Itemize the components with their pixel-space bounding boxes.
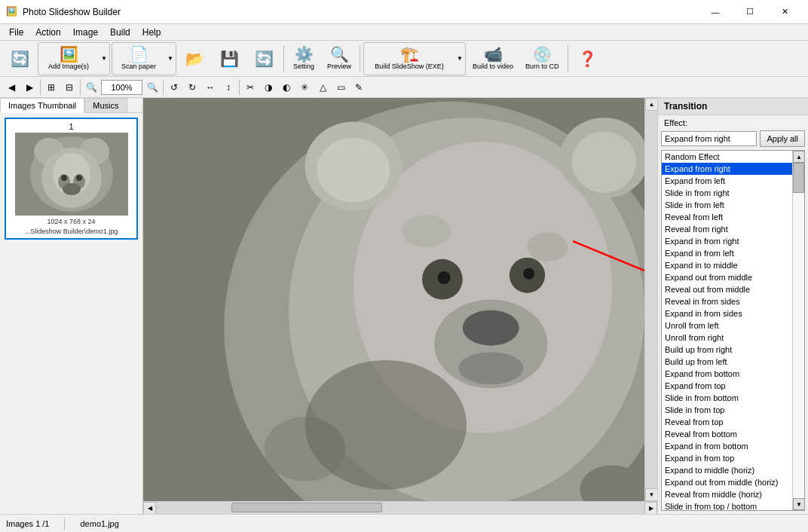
svg-point-9 [76,175,82,181]
svg-point-22 [317,138,390,203]
preview-button[interactable]: 🔍 Preview [322,43,357,75]
add-images-button[interactable]: 🖼️ Add Image(s) [38,43,99,75]
effect-list-item[interactable]: Reveal in from sides [662,295,792,307]
frame-button[interactable]: ▭ [332,79,349,96]
flip-h-button[interactable]: ↔ [202,79,219,96]
effect-list-item[interactable]: Slide in from right [662,187,792,199]
burn-button[interactable]: 💿 Burn to CD [520,43,565,75]
build-video-icon: 📹 [484,47,503,62]
add-images-label: Add Image(s) [48,63,89,70]
edit-button[interactable]: ✎ [350,79,367,96]
h-scroll-left[interactable]: ◀ [143,502,156,515]
effect-list-item[interactable]: Expand from top [662,380,792,392]
add-frame-button[interactable]: ⊞ [43,79,60,96]
effect-list-item[interactable]: Reveal out from middle [662,283,792,295]
svg-point-24 [571,131,636,193]
zoom-out-button[interactable]: 🔍 [83,79,99,96]
effect-list-item[interactable]: Expand out from middle (horiz) [662,476,792,488]
effect-list-item[interactable]: Slide in from left [662,199,792,211]
text-button[interactable]: △ [314,79,331,96]
contrast-button[interactable]: ◐ [278,79,295,96]
effect-scrollbar: ▲ ▼ [792,151,804,510]
effect-list-item[interactable]: Build up from right [662,344,792,356]
h-scroll-right[interactable]: ▶ [644,502,657,515]
minimize-button[interactable]: — [698,0,733,24]
effect-list[interactable]: Random EffectExpand from rightExpand fro… [662,151,792,510]
add-images-dropdown[interactable]: ▼ [99,43,109,75]
menu-help[interactable]: Help [136,26,167,39]
maximize-button[interactable]: ☐ [733,0,767,24]
burn-label: Burn to CD [525,63,559,70]
setting-button[interactable]: ⚙️ Setting [287,43,320,75]
effect-list-item[interactable]: Expand in from bottom [662,440,792,452]
effect-list-item[interactable]: Expand to middle (horiz) [662,464,792,476]
scan-button[interactable]: 📄 Scan paper [112,43,165,75]
effect-scroll-up[interactable]: ▲ [793,151,805,163]
save-button[interactable]: 💾 [213,43,246,75]
zoom-in-button[interactable]: 🔍 [144,79,161,96]
next-button[interactable]: ▶ [21,79,38,96]
v-scroll-track[interactable] [645,111,657,488]
image-area[interactable] [143,98,644,501]
refresh-button[interactable]: 🔄 [3,43,36,75]
remove-frame-button[interactable]: ⊟ [61,79,78,96]
scan-dropdown[interactable]: ▼ [165,43,176,75]
effect-list-item[interactable]: Reveal from top [662,416,792,428]
effect-scroll-down[interactable]: ▼ [793,498,805,510]
tab-musics[interactable]: Musics [84,98,127,112]
effect-scroll-thumb[interactable] [793,163,804,193]
menu-build[interactable]: Build [104,26,136,39]
effect-list-item[interactable]: Reveal from middle (horiz) [662,488,792,500]
effect-list-item[interactable]: Unroll from right [662,332,792,344]
effect-list-item[interactable]: Expand in to middle [662,259,792,271]
effect-list-item[interactable]: Slide in from top / bottom [662,500,792,510]
effect-list-item[interactable]: Expand from left [662,175,792,187]
crop-button[interactable]: ✂ [242,79,259,96]
open-button[interactable]: 📂 [178,43,211,75]
menu-file[interactable]: File [3,26,29,39]
tab-images[interactable]: Images Thumbnail [0,98,84,113]
prev-button[interactable]: ◀ [3,79,20,96]
close-button[interactable]: ✕ [767,0,802,24]
menu-image[interactable]: Image [67,26,104,39]
effect-list-item[interactable]: Expand in from top [662,452,792,464]
effect-list-item[interactable]: Expand out from middle [662,271,792,283]
v-scroll-down[interactable]: ▼ [645,488,657,501]
effect-list-item[interactable]: Expand from right [662,163,792,175]
effect-list-item[interactable]: Reveal from right [662,223,792,235]
effect-list-item[interactable]: Random Effect [662,151,792,163]
help-button[interactable]: ❓ [571,43,604,75]
effect-list-item[interactable]: Slide in from top [662,404,792,416]
v-scroll-up[interactable]: ▲ [645,98,657,111]
effect-list-item[interactable]: Reveal from bottom [662,428,792,440]
h-scroll-track[interactable] [156,502,644,515]
menu-action[interactable]: Action [29,26,66,39]
refresh2-button[interactable]: 🔄 [247,43,280,75]
build-video-button[interactable]: 📹 Build to video [467,43,519,75]
zoom-input[interactable] [101,80,142,95]
effect-list-item[interactable]: Build up from left [662,356,792,368]
scan-label: Scan paper [121,63,156,70]
thumbnail-item[interactable]: 1 [5,118,138,240]
brightness-button[interactable]: ◑ [260,79,277,96]
rotate-right-button[interactable]: ↻ [184,79,200,96]
effect-scroll-track[interactable] [793,163,804,498]
rotate-left-button[interactable]: ↺ [166,79,182,96]
thumbnail-number: 1 [69,122,73,131]
effect-list-item[interactable]: Unroll from left [662,320,792,332]
effect-list-item[interactable]: Expand from bottom [662,368,792,380]
effect-list-item[interactable]: Expand in from left [662,247,792,259]
effect-list-item[interactable]: Reveal from left [662,211,792,223]
effect-list-item[interactable]: Expand in from sides [662,307,792,320]
build-exe-button[interactable]: 🏗️ Build SlideShow (EXE) [364,43,454,75]
h-scroll-thumb[interactable] [231,503,382,512]
effect-list-item[interactable]: Expand in from right [662,235,792,247]
effect-list-item[interactable]: Slide in from bottom [662,392,792,404]
left-panel: Images Thumbnail Musics 1 [0,98,143,514]
build-exe-dropdown[interactable]: ▼ [454,43,465,75]
apply-all-button[interactable]: Apply all [760,130,805,147]
flip-v-button[interactable]: ↕ [220,79,237,96]
effects-button[interactable]: ✳ [296,79,313,96]
thumbnail-image [15,133,128,216]
build-exe-label: Build SlideShow (EXE) [375,63,444,70]
